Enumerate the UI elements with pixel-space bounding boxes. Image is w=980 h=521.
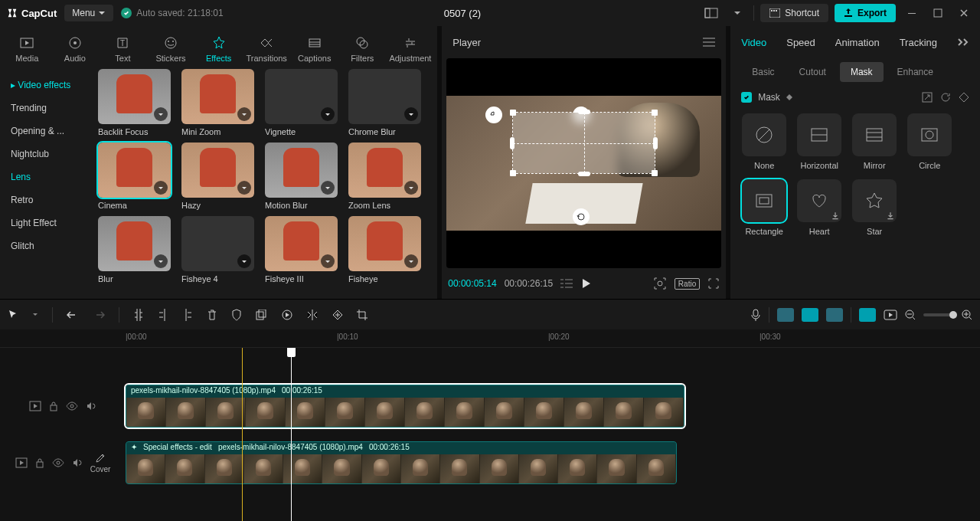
- mirror-tool[interactable]: [306, 310, 318, 320]
- effect-backlit-focus[interactable]: Backlit Focus: [98, 69, 171, 136]
- crop-tool[interactable]: [357, 310, 368, 320]
- inspector-tab-video[interactable]: Video: [741, 37, 766, 48]
- menu-button[interactable]: Menu: [64, 5, 113, 21]
- sidebar-item-opening-[interactable]: Opening & ...: [0, 120, 92, 143]
- mask-option-none[interactable]: None: [741, 113, 787, 170]
- sidebar-item-nightclub[interactable]: Nightclub: [0, 143, 92, 165]
- inspector-tab-animation[interactable]: Animation: [835, 37, 880, 48]
- sidebar-item-lens[interactable]: Lens: [0, 165, 92, 188]
- mask-handle-bm[interactable]: [578, 172, 590, 176]
- maximize-button[interactable]: [928, 3, 948, 23]
- timeline-ruler[interactable]: |00:00|00:10|00:20|00:30: [0, 329, 980, 348]
- effect-blur[interactable]: Blur: [98, 216, 171, 283]
- fullscreen-icon[interactable]: [707, 277, 720, 290]
- export-button[interactable]: Export: [835, 4, 896, 22]
- redo-button[interactable]: [93, 310, 105, 320]
- magnet-toggle-1[interactable]: [777, 308, 794, 322]
- video-clip-1[interactable]: pexels-mikhail-nilov-8847405 (1080p).mp4…: [126, 385, 684, 428]
- eye-icon[interactable]: [52, 458, 64, 467]
- mask-handle-br[interactable]: [652, 170, 658, 176]
- mask-option-rectangle[interactable]: Rectangle: [741, 179, 787, 236]
- mask-option-circle[interactable]: Circle: [906, 113, 952, 170]
- speed-tool[interactable]: [282, 310, 292, 320]
- category-tab-effects[interactable]: Effects: [194, 32, 243, 66]
- subtab-enhance[interactable]: Enhance: [887, 62, 944, 82]
- mask-reset-icon[interactable]: [940, 92, 951, 103]
- mask-option-heart[interactable]: Heart: [796, 179, 842, 236]
- effect-fisheye[interactable]: Fisheye: [348, 216, 421, 283]
- mask-handle-lm[interactable]: [510, 137, 514, 149]
- subtab-mask[interactable]: Mask: [840, 62, 884, 82]
- play-button[interactable]: [580, 278, 591, 289]
- download-icon[interactable]: [154, 181, 168, 195]
- mask-corner-badge[interactable]: [485, 106, 502, 123]
- download-icon[interactable]: [237, 181, 251, 195]
- mask-option-star[interactable]: Star: [851, 179, 897, 236]
- mask-selection[interactable]: [512, 112, 655, 174]
- effect-fisheye-iii[interactable]: Fisheye III: [265, 216, 338, 283]
- category-tab-media[interactable]: Media: [3, 32, 51, 66]
- player-viewport[interactable]: [446, 58, 721, 268]
- download-icon[interactable]: [321, 254, 335, 268]
- cover-button[interactable]: Cover: [90, 453, 111, 473]
- lock-icon[interactable]: [35, 457, 44, 468]
- layout-button[interactable]: [701, 3, 721, 23]
- mask-handle-bl[interactable]: [510, 170, 516, 176]
- effect-hazy[interactable]: Hazy: [181, 143, 254, 210]
- category-tab-adjustment[interactable]: Adjustment: [387, 32, 435, 66]
- shortcut-button[interactable]: Shortcut: [760, 4, 828, 22]
- category-tab-stickers[interactable]: Stickers: [147, 32, 195, 66]
- track-expand-icon[interactable]: [15, 457, 28, 468]
- mask-option-horizontal[interactable]: Horizontal: [796, 113, 842, 170]
- download-icon[interactable]: [404, 181, 418, 195]
- sidebar-item-glitch[interactable]: Glitch: [0, 234, 92, 257]
- effect-fisheye-4[interactable]: Fisheye 4: [181, 216, 254, 283]
- download-icon[interactable]: [404, 254, 418, 268]
- inspector-tab-tracking[interactable]: Tracking: [900, 37, 937, 48]
- magnet-toggle-3[interactable]: [826, 308, 843, 322]
- sidebar-item-light-effect[interactable]: Light Effect: [0, 211, 92, 234]
- mask-option-mirror[interactable]: Mirror: [851, 113, 897, 170]
- lock-icon[interactable]: [49, 401, 58, 411]
- shield-tool[interactable]: [231, 309, 242, 321]
- mask-chevron-icon[interactable]: [786, 94, 792, 100]
- zoom-slider[interactable]: [923, 313, 954, 316]
- mask-handle-rm[interactable]: [653, 137, 658, 149]
- category-tab-filters[interactable]: Filters: [338, 32, 387, 66]
- snap-toggle[interactable]: [859, 308, 876, 322]
- split-tool[interactable]: [133, 309, 144, 321]
- speaker-icon[interactable]: [86, 401, 96, 411]
- category-tab-transitions[interactable]: Transitions: [243, 32, 291, 66]
- rotate-tool[interactable]: [332, 310, 343, 320]
- download-icon[interactable]: [237, 254, 251, 268]
- download-icon[interactable]: [404, 107, 418, 121]
- preview-icon[interactable]: [884, 310, 897, 320]
- download-icon[interactable]: [237, 107, 251, 121]
- magnet-toggle-2[interactable]: [802, 308, 818, 322]
- category-tab-text[interactable]: TText: [99, 32, 147, 66]
- minimize-button[interactable]: [902, 3, 922, 23]
- speaker-icon[interactable]: [72, 457, 83, 468]
- split-left-tool[interactable]: [158, 309, 168, 321]
- mask-handle-tl[interactable]: [510, 110, 516, 116]
- more-icon[interactable]: [957, 38, 969, 47]
- mask-checkbox[interactable]: [741, 92, 752, 103]
- layout-chevron[interactable]: [727, 3, 747, 23]
- sidebar-item-trending[interactable]: Trending: [0, 97, 92, 120]
- list-icon[interactable]: [560, 278, 573, 289]
- download-icon[interactable]: [154, 254, 168, 268]
- undo-button[interactable]: [67, 310, 79, 320]
- sidebar-item-retro[interactable]: Retro: [0, 188, 92, 211]
- mask-expand-icon[interactable]: [922, 92, 933, 103]
- effect-mini-zoom[interactable]: Mini Zoom: [181, 69, 254, 136]
- duplicate-tool[interactable]: [256, 310, 268, 320]
- playhead[interactable]: [291, 348, 292, 521]
- player-menu-icon[interactable]: [703, 38, 715, 47]
- effect-vignette[interactable]: Vignette: [265, 69, 338, 136]
- download-icon[interactable]: [321, 107, 335, 121]
- video-clip-2[interactable]: ✦ Special effects - edit pexels-mikhail-…: [126, 441, 677, 484]
- mic-icon[interactable]: [750, 309, 761, 321]
- zoom-in-icon[interactable]: [962, 310, 972, 320]
- eye-icon[interactable]: [66, 401, 78, 411]
- close-button[interactable]: [954, 3, 974, 23]
